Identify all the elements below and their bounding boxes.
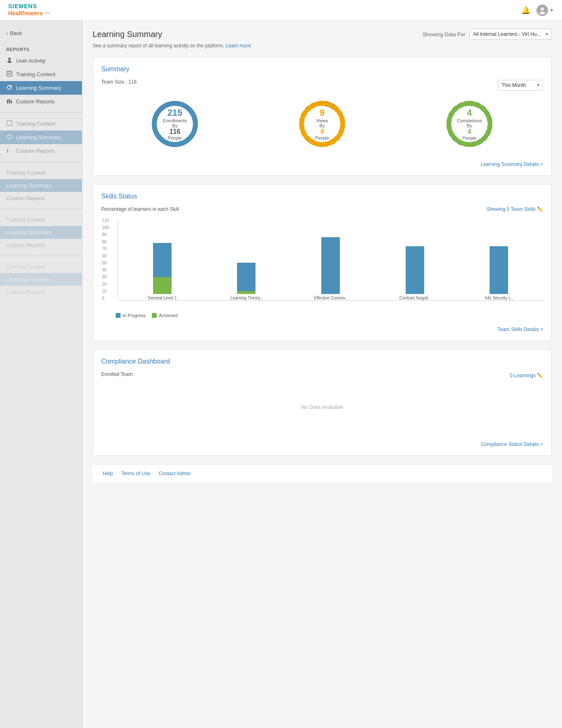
help-link[interactable]: Help: [103, 471, 113, 476]
svg-rect-10: [9, 99, 10, 103]
logo-dots-decoration: ···: [44, 9, 50, 16]
enrollments-by-label: By: [163, 123, 187, 128]
enrollments-by-count: 116: [163, 128, 187, 135]
terms-of-use-link[interactable]: Terms of Use: [121, 471, 151, 476]
sidebar-item-training-content-4[interactable]: Training Content: [0, 213, 82, 226]
svg-rect-12: [7, 121, 12, 126]
page-layout: ‹ Back REPORTS User Activity Training Co…: [0, 21, 562, 728]
period-select[interactable]: This Month Last Month This Year: [498, 80, 543, 91]
avatar[interactable]: [536, 5, 548, 16]
legend-in-progress: In Progress: [116, 313, 146, 318]
completions-donut: 4 Completions By 4 People: [443, 97, 496, 151]
training-content-label-5: Training Content: [6, 264, 46, 270]
reports-section-label: REPORTS: [0, 44, 82, 54]
avatar-dropdown-caret[interactable]: ▼: [550, 8, 554, 12]
sidebar-group-repeat-3: Training Content Learning Summary Custom…: [0, 213, 82, 252]
learnings-link[interactable]: 0 Learnings ✏️: [510, 373, 543, 378]
bar-label-3: Effective Commu..: [314, 296, 348, 300]
notification-bell-icon[interactable]: 🔔: [521, 6, 530, 15]
sidebar-item-user-activity[interactable]: User Activity: [0, 54, 82, 68]
sidebar-divider-2: [0, 162, 82, 162]
completions-chart: 4 Completions By 4 People: [443, 97, 496, 151]
bar-inprogress-1: [153, 243, 172, 294]
enrollments-chart: 215 Enrollments By 116 People: [148, 97, 202, 151]
svg-point-0: [541, 7, 544, 11]
sidebar-item-custom-reports[interactable]: Custom Reports: [0, 95, 82, 108]
bar-label-4: Contract Negoti..: [399, 296, 430, 300]
bar-stack-2: [237, 263, 255, 294]
sidebar-item-learning-summary[interactable]: Learning Summary: [0, 81, 82, 95]
bar-group-1: General Level 1: [124, 243, 200, 300]
sidebar-item-learning-summary-3[interactable]: Learning Summary: [0, 179, 82, 192]
nav-right-controls: 🔔 ▼: [521, 5, 554, 16]
sidebar-item-training-content-5[interactable]: Training Content: [0, 260, 82, 273]
custom-reports-label-5: Custom Reports: [6, 289, 45, 295]
filter-select-wrapper[interactable]: All Internal Learners - Virt Hu...: [469, 29, 552, 40]
learn-more-link[interactable]: Learn more: [226, 43, 251, 49]
edit-icon: ✏️: [537, 206, 543, 212]
data-filter-select[interactable]: All Internal Learners - Virt Hu...: [469, 29, 552, 40]
views-people: People: [315, 135, 329, 140]
sidebar-item-custom-reports-2[interactable]: Custom Reports: [0, 144, 82, 158]
back-label: Back: [10, 30, 22, 36]
sidebar-item-custom-reports-4[interactable]: Custom Reports: [0, 239, 82, 252]
completions-by-label: By: [457, 123, 482, 128]
sidebar-item-learning-summary-4[interactable]: Learning Summary: [0, 226, 82, 239]
completions-by-count: 4: [457, 128, 482, 135]
compliance-card-footer: Compliance Status Details >: [101, 441, 543, 447]
learning-summary-label: Learning Summary: [16, 85, 61, 91]
sidebar-item-training-content-3[interactable]: Training Content: [0, 166, 82, 179]
sidebar-item-learning-summary-5[interactable]: Learning Summary: [0, 273, 82, 286]
skills-header: Percentage of learners in each Skill Sho…: [101, 206, 543, 212]
user-activity-icon: [6, 57, 13, 64]
skills-card-title: Skills Status: [101, 193, 543, 200]
legend-achieved: Achieved: [152, 313, 177, 318]
enrollments-people: People: [163, 135, 187, 140]
learning-summary-label-2: Learning Summary: [16, 134, 61, 140]
svg-rect-11: [11, 100, 12, 103]
custom-reports-label-2: Custom Reports: [16, 148, 55, 154]
back-chevron-icon: ‹: [6, 30, 8, 36]
learning-summary-details-link[interactable]: Learning Summary Details >: [481, 161, 543, 167]
sidebar-group-repeat-1: Training Content Learning Summary Custom…: [0, 117, 82, 158]
custom-reports-label-3: Custom Reports: [6, 195, 45, 201]
user-activity-label: User Activity: [16, 58, 46, 64]
sidebar-item-learning-summary-2[interactable]: Learning Summary: [0, 131, 82, 144]
enrollments-number: 215: [163, 107, 187, 118]
sidebar-item-training-content-2[interactable]: Training Content: [0, 117, 82, 131]
summary-card-title: Summary: [101, 65, 543, 73]
training-content-icon-2: [6, 120, 13, 127]
compliance-status-details-link[interactable]: Compliance Status Details >: [481, 441, 543, 447]
y-axis: 110100908070 6050403020 100: [102, 218, 109, 301]
sidebar-item-training-content[interactable]: Training Content: [0, 68, 82, 81]
bar-label-2: Learning Theory..: [230, 296, 262, 300]
enrollments-center: 215 Enrollments By 116 People: [163, 107, 187, 140]
data-filter: Showing Data For All Internal Learners -…: [423, 29, 552, 40]
period-select-wrapper[interactable]: This Month Last Month This Year: [498, 80, 543, 91]
completions-people: People: [457, 135, 482, 140]
user-avatar-area[interactable]: ▼: [536, 5, 554, 16]
team-skills-details-link[interactable]: Team Skills Details >: [497, 327, 543, 332]
training-content-label-2: Training Content: [16, 121, 56, 127]
charts-row: 215 Enrollments By 116 People: [101, 93, 543, 155]
training-content-label: Training Content: [16, 71, 56, 77]
no-data-message: No Data Available: [101, 379, 543, 435]
contact-admin-link[interactable]: Contact Admin: [158, 471, 190, 476]
sidebar-item-custom-reports-3[interactable]: Custom Reports: [0, 192, 82, 205]
edit-compliance-icon: ✏️: [537, 373, 543, 378]
learning-summary-label-5: Learning Summary: [6, 276, 51, 282]
page-footer: Help Terms of Use Contact Admin: [93, 464, 552, 483]
team-skills-link[interactable]: Showing 5 Team Skills ✏️: [486, 206, 543, 212]
bar-label-5: Info Security L..: [485, 296, 513, 300]
healthineers-logo-text: Healthineers ···: [8, 9, 50, 17]
skills-card-footer: Team Skills Details >: [101, 326, 543, 332]
skills-card: Skills Status Percentage of learners in …: [93, 184, 552, 341]
sidebar-item-custom-reports-5[interactable]: Custom Reports: [0, 286, 82, 299]
page-header: Learning Summary Showing Data For All In…: [93, 29, 552, 40]
bar-stack-5: [490, 246, 508, 294]
sidebar-divider-4: [0, 256, 82, 256]
summary-card: Summary Team Size : 116 This Month Last …: [93, 57, 552, 176]
bar-group-3: Effective Commu..: [293, 237, 369, 300]
back-button[interactable]: ‹ Back: [0, 27, 82, 40]
skills-percentage-label: Percentage of learners in each Skill: [101, 206, 179, 212]
